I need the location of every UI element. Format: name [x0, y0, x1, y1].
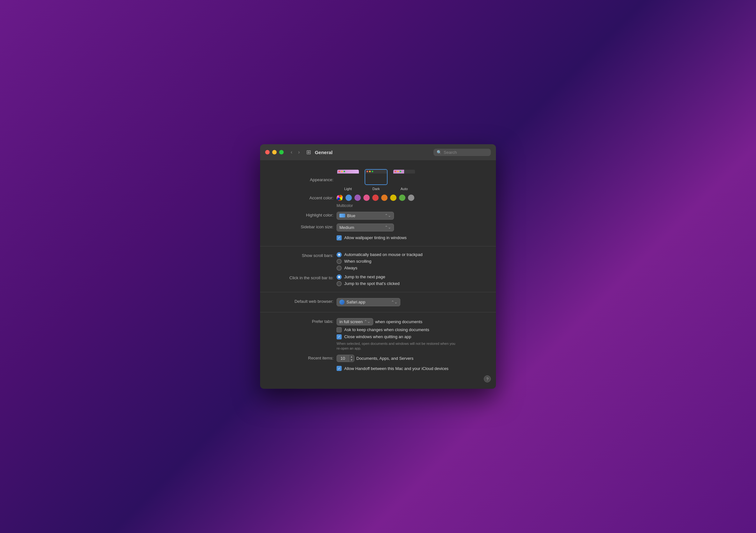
stepper-up[interactable]: ▲	[349, 355, 354, 359]
auto-thumb-inner	[393, 170, 415, 173]
light-thumb-bar	[337, 170, 359, 173]
click-next-radio-dot	[338, 276, 340, 278]
click-spot-radio-row[interactable]: Jump to the spot that's clicked	[337, 281, 486, 286]
browser-dropdown[interactable]: Safari.app ⌃⌄	[337, 298, 400, 306]
close-button[interactable]	[265, 150, 270, 154]
handoff-checkbox[interactable]: ✓	[337, 366, 342, 371]
light-thumb-inner	[337, 170, 359, 173]
dark-label: Dark	[372, 187, 380, 191]
handoff-checkbox-row[interactable]: ✓ Allow Handoff between this Mac and you…	[337, 366, 486, 371]
safari-icon	[339, 300, 344, 305]
scroll-auto-radio-row[interactable]: Automatically based on mouse or trackpad	[337, 252, 486, 257]
handoff-text: Allow Handoff between this Mac and your …	[344, 366, 448, 371]
prefer-tabs-value: in full screen	[339, 319, 363, 324]
highlight-color-controls: Blue ⌃⌄	[337, 212, 486, 220]
divider-3	[260, 312, 496, 312]
minimize-button[interactable]	[272, 150, 277, 154]
accent-orange[interactable]	[381, 194, 388, 201]
recent-items-label: Recent items:	[270, 355, 333, 361]
auto-dot-red	[394, 171, 396, 172]
recent-items-inline: 10 ▲ ▼ Documents, Apps, and Servers	[337, 355, 486, 362]
divider-1	[260, 246, 496, 246]
sidebar-icon-size-value: Medium	[339, 225, 383, 230]
ask-keep-changes-text: Ask to keep changes when closing documen…	[344, 327, 429, 332]
click-next-radio-row[interactable]: Jump to the next page	[337, 274, 486, 280]
ask-keep-changes-row[interactable]: Ask to keep changes when closing documen…	[337, 327, 486, 332]
close-windows-checkbox[interactable]: ✓	[337, 334, 342, 340]
prefer-tabs-dropdown[interactable]: in full screen ⌃⌄	[337, 318, 373, 325]
scroll-auto-radio-dot	[338, 254, 340, 256]
accent-yellow[interactable]	[390, 194, 396, 201]
recent-items-stepper[interactable]: 10 ▲ ▼	[337, 355, 354, 362]
settings-content: Appearance:	[260, 161, 496, 389]
sidebar-icon-size-label: Sidebar icon size:	[270, 223, 333, 230]
appearance-option-light[interactable]: Light	[337, 169, 360, 191]
sidebar-icon-size-dropdown[interactable]: Medium ⌃⌄	[337, 223, 394, 232]
scroll-auto-label: Automatically based on mouse or trackpad	[344, 252, 423, 257]
accent-purple[interactable]	[354, 194, 361, 201]
scroll-always-radio[interactable]	[337, 266, 342, 271]
help-button[interactable]: ?	[484, 375, 491, 382]
dark-dot-green	[372, 171, 373, 172]
browser-controls: Safari.app ⌃⌄	[337, 298, 486, 306]
scroll-always-radio-row[interactable]: Always	[337, 266, 486, 271]
back-button[interactable]: ‹	[289, 148, 294, 156]
stepper-arrows: ▲ ▼	[349, 355, 354, 362]
wallpaper-tinting-checkbox[interactable]: ✓	[337, 235, 342, 241]
appearance-label: Appearance:	[270, 177, 333, 183]
accent-multicolor[interactable]	[337, 194, 343, 201]
scroll-scrolling-radio-row[interactable]: When scrolling	[337, 259, 486, 264]
search-box[interactable]: 🔍	[433, 149, 491, 156]
click-next-label: Jump to the next page	[344, 274, 385, 279]
click-spot-radio[interactable]	[337, 281, 342, 286]
close-windows-row[interactable]: ✓ Close windows when quitting an app	[337, 334, 486, 340]
light-dot-green	[343, 171, 345, 172]
browser-row: Default web browser: Safari.app ⌃⌄	[260, 296, 496, 308]
scroll-always-label: Always	[344, 266, 357, 270]
sidebar-icon-size-controls: Medium ⌃⌄	[337, 223, 486, 232]
close-windows-subtext: When selected, open documents and window…	[337, 341, 458, 351]
accent-color-controls: Multicolor	[337, 194, 486, 208]
light-dot-yellow	[341, 171, 343, 172]
browser-value: Safari.app	[346, 300, 389, 304]
nav-buttons: ‹ ›	[289, 148, 302, 156]
dark-thumb-inner	[365, 170, 387, 173]
forward-button[interactable]: ›	[296, 148, 302, 156]
accent-pink[interactable]	[363, 194, 370, 201]
wallpaper-tinting-label	[270, 235, 333, 236]
accent-blue[interactable]	[345, 194, 352, 201]
scroll-bars-radio-group: Automatically based on mouse or trackpad…	[337, 252, 486, 271]
settings-window: ‹ › ⊞ General 🔍 Appearance:	[260, 144, 496, 389]
close-windows-check: ✓	[338, 335, 340, 339]
dark-dot-red	[366, 171, 368, 172]
stepper-down[interactable]: ▼	[349, 359, 354, 362]
dark-thumb-bar	[365, 170, 387, 173]
scroll-auto-radio[interactable]	[337, 252, 342, 257]
scroll-bars-row: Show scroll bars: Automatically based on…	[260, 250, 496, 272]
wallpaper-tinting-controls: ✓ Allow wallpaper tinting in windows	[337, 235, 486, 241]
scroll-bars-label: Show scroll bars:	[270, 252, 333, 259]
recent-items-value: 10	[337, 355, 349, 362]
accent-color-row: Accent color: Multicolor	[260, 192, 496, 210]
highlight-color-dropdown[interactable]: Blue ⌃⌄	[337, 212, 394, 220]
grid-icon[interactable]: ⊞	[306, 149, 311, 156]
light-thumbnail	[337, 169, 360, 185]
search-input[interactable]	[444, 150, 488, 155]
maximize-button[interactable]	[279, 150, 284, 154]
wallpaper-tinting-checkbox-row[interactable]: ✓ Allow wallpaper tinting in windows	[337, 235, 486, 241]
window-title: General	[315, 150, 430, 155]
accent-colors	[337, 194, 486, 201]
click-next-radio[interactable]	[337, 274, 342, 280]
handoff-check: ✓	[338, 367, 340, 370]
prefer-tabs-arrow: ⌃⌄	[364, 319, 370, 324]
scroll-scrolling-radio[interactable]	[337, 259, 342, 264]
auto-dot-yellow	[397, 171, 399, 172]
appearance-option-auto[interactable]: Auto	[393, 169, 416, 191]
appearance-option-dark[interactable]: Dark	[364, 169, 388, 191]
handoff-label	[270, 366, 333, 367]
accent-graphite[interactable]	[408, 194, 414, 201]
accent-red[interactable]	[372, 194, 379, 201]
ask-keep-changes-checkbox[interactable]	[337, 327, 342, 332]
light-dot-red	[338, 171, 340, 172]
accent-green[interactable]	[399, 194, 405, 201]
